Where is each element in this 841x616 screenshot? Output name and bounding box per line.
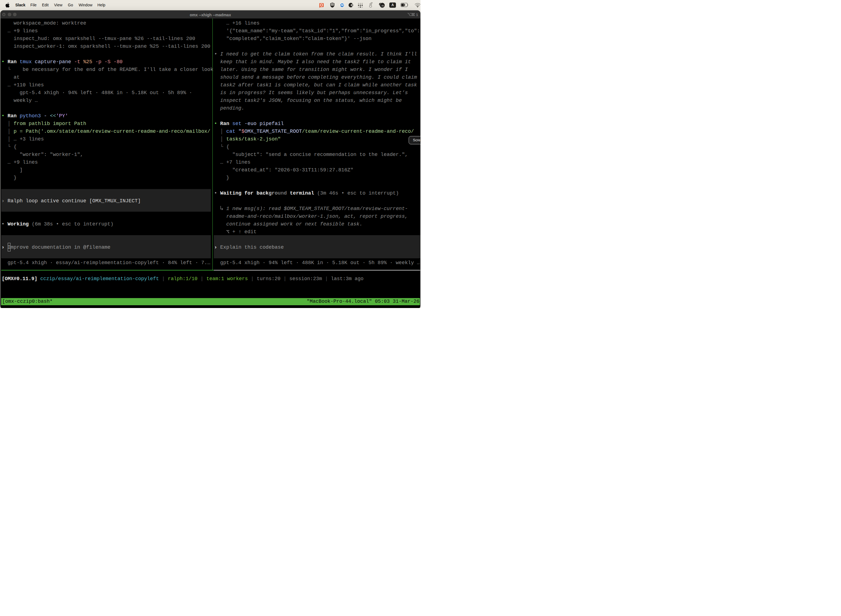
svg-text:..61: ..61 — [381, 4, 384, 7]
